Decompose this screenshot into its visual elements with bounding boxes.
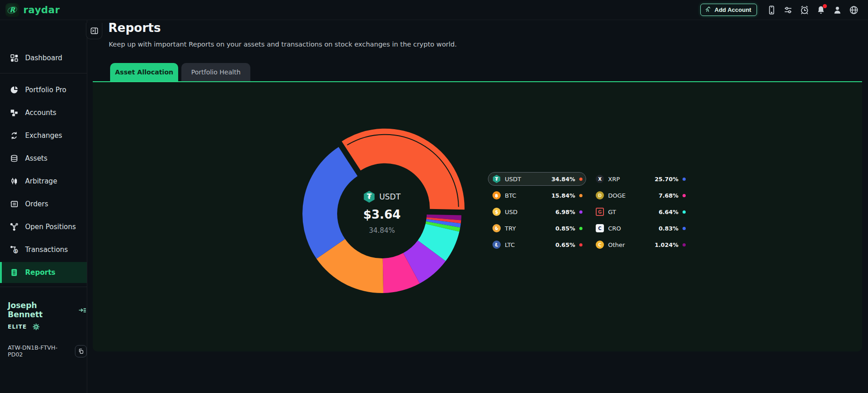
sidebar-item-exchanges[interactable]: Exchanges xyxy=(0,125,87,146)
legend-asset-name: XRP xyxy=(608,176,651,183)
legend-color-dot xyxy=(579,227,582,230)
legend-asset-percent: 6.98% xyxy=(556,209,575,215)
sidebar-item-label: Dashboard xyxy=(25,54,62,62)
candles-icon xyxy=(10,177,19,186)
sidebar-item-label: Arbitrage xyxy=(25,177,57,185)
legend-asset-name: CRO xyxy=(608,225,655,232)
sidebar-item-portfolio-pro[interactable]: Portfolio Pro xyxy=(0,79,87,100)
donut-center-percent: 34.84% xyxy=(336,226,428,235)
legend-row-usdt[interactable]: ₮USDT34.84% xyxy=(488,172,586,186)
add-account-label: Add Account xyxy=(715,6,751,13)
sidebar-item-label: Orders xyxy=(25,200,48,208)
sliders-icon[interactable] xyxy=(783,5,793,15)
sidebar-item-open-positions[interactable]: Open Positions xyxy=(0,216,87,237)
legend-asset-name: USD xyxy=(505,209,551,215)
user-name: Joseph Bennett xyxy=(8,301,74,319)
user-name-row: Joseph Bennett xyxy=(8,301,87,319)
topbar-actions xyxy=(767,0,859,20)
legend-asset-name: LTC xyxy=(505,241,551,248)
legend-color-dot xyxy=(683,227,686,230)
sidebar-item-label: Open Positions xyxy=(25,223,76,231)
legend-asset-name: Other xyxy=(608,241,651,248)
copy-button[interactable] xyxy=(75,345,87,357)
page-title: Reports xyxy=(108,21,161,35)
bell-icon[interactable] xyxy=(816,5,826,15)
legend-color-dot xyxy=(579,210,582,214)
add-account-button[interactable]: Add Account xyxy=(700,4,757,16)
usdt-coin-icon: ₮ xyxy=(363,191,375,203)
gt-coin-icon: G xyxy=(596,208,604,216)
legend-row-btc[interactable]: ฿BTC15.84% xyxy=(488,189,586,202)
sidebar-item-orders[interactable]: Orders xyxy=(0,194,87,215)
legend-row-xrp[interactable]: XXRP25.70% xyxy=(591,172,689,186)
legend-row-gt[interactable]: GGT6.64% xyxy=(591,205,689,219)
legend-color-dot xyxy=(683,178,686,181)
sidebar-item-transactions[interactable]: $Transactions xyxy=(0,239,87,260)
telescope-icon xyxy=(705,6,711,14)
donut-center-symbol-row: ₮ USDT xyxy=(336,191,428,203)
notification-badge xyxy=(823,4,827,8)
sidebar-item-dashboard[interactable]: Dashboard xyxy=(0,47,87,68)
sidebar-collapse-button[interactable] xyxy=(86,23,102,39)
gear-icon[interactable] xyxy=(32,323,40,330)
donut-center: ₮ USDT $3.64 34.84% xyxy=(336,191,428,235)
sidebar-divider xyxy=(0,73,87,73)
legend-asset-name: BTC xyxy=(505,192,547,199)
sidebar-item-label: Accounts xyxy=(25,109,56,117)
legend-asset-name: GT xyxy=(608,209,655,215)
legend-column: ₮USDT34.84%฿BTC15.84%$USD6.98%₺TRY0.85%Ł… xyxy=(488,172,586,252)
doge-coin-icon: Đ xyxy=(596,191,604,199)
legend-color-dot xyxy=(683,210,686,214)
sidebar-item-label: Portfolio Pro xyxy=(25,86,66,94)
ltc-coin-icon: Ł xyxy=(492,241,501,249)
brand-logo[interactable]: R xyxy=(5,3,19,17)
sidebar-nav: DashboardPortfolio ProAccountsExchangesA… xyxy=(0,20,87,287)
legend-asset-percent: 15.84% xyxy=(551,192,575,199)
legend-row-try[interactable]: ₺TRY0.85% xyxy=(488,221,586,235)
sidebar-item-reports[interactable]: Reports xyxy=(0,262,87,283)
mobile-icon[interactable] xyxy=(767,5,777,15)
dashboard-icon xyxy=(10,53,19,63)
report-icon xyxy=(10,268,19,277)
sidebar-item-assets[interactable]: Assets xyxy=(0,148,87,169)
account-code-row: ATW-DN1B-FTVH-PD02 xyxy=(8,344,87,358)
legend-asset-percent: 34.84% xyxy=(551,176,575,183)
chart-legend: ₮USDT34.84%฿BTC15.84%$USD6.98%₺TRY0.85%Ł… xyxy=(488,172,689,252)
user-block: Joseph Bennett ELITE ATW-DN1B-FTVH-PD02 xyxy=(0,287,87,358)
user-icon[interactable] xyxy=(832,5,842,15)
legend-color-dot xyxy=(579,243,582,246)
legend-asset-percent: 0.83% xyxy=(659,225,678,232)
legend-asset-percent: 1.024% xyxy=(655,241,678,248)
page-subtitle: Keep up with important Reports on your a… xyxy=(109,41,457,48)
other-coin-icon: C xyxy=(596,241,604,249)
legend-column: XXRP25.70%ĐDOGE7.68%GGT6.64%CCRO0.83%COt… xyxy=(591,172,689,252)
legend-asset-percent: 25.70% xyxy=(655,176,678,183)
sidebar-item-label: Assets xyxy=(25,154,48,162)
cro-coin-icon: C xyxy=(596,224,604,232)
legend-color-dot xyxy=(683,194,686,197)
legend-row-other[interactable]: COther1.024% xyxy=(591,238,689,252)
alarm-icon[interactable] xyxy=(799,5,810,15)
tab-asset-allocation[interactable]: Asset Allocation xyxy=(110,63,178,81)
legend-row-doge[interactable]: ĐDOGE7.68% xyxy=(591,189,689,202)
sidebar-item-arbitrage[interactable]: Arbitrage xyxy=(0,171,87,192)
legend-asset-percent: 0.65% xyxy=(556,241,575,248)
tier-badge: ELITE xyxy=(8,324,27,330)
sidebar-item-label: Exchanges xyxy=(25,131,62,140)
legend-asset-percent: 7.68% xyxy=(659,192,678,199)
copy-icon xyxy=(78,348,84,354)
legend-row-usd[interactable]: $USD6.98% xyxy=(488,205,586,219)
network-icon xyxy=(10,222,19,231)
accounts-icon xyxy=(10,108,19,117)
legend-asset-percent: 6.64% xyxy=(659,209,678,215)
sidebar-item-label: Transactions xyxy=(25,246,68,254)
tab-portfolio-health[interactable]: Portfolio Health xyxy=(181,63,250,81)
legend-row-cro[interactable]: CCRO0.83% xyxy=(591,221,689,235)
user-tier-row: ELITE xyxy=(8,323,87,330)
sidebar-item-accounts[interactable]: Accounts xyxy=(0,102,87,123)
globe-icon[interactable] xyxy=(849,5,859,15)
xrp-coin-icon: X xyxy=(596,175,604,183)
logo-orbit-ring xyxy=(6,5,18,15)
legend-row-ltc[interactable]: ŁLTC0.65% xyxy=(488,238,586,252)
logout-arrow-icon[interactable] xyxy=(78,306,87,314)
